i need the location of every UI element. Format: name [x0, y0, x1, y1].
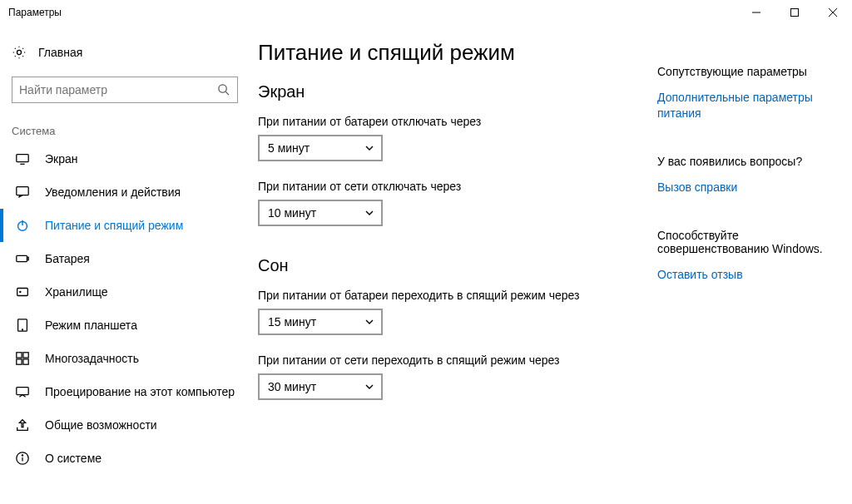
close-button[interactable] [814, 0, 852, 25]
screen-plugged-combo[interactable]: 10 минут [258, 200, 383, 226]
svg-rect-7 [17, 155, 28, 162]
sidebar-item-label: Питание и спящий режим [45, 219, 183, 232]
home-label: Главная [38, 46, 82, 59]
notifications-icon [15, 185, 30, 200]
help-link[interactable]: Вызов справки [657, 180, 832, 195]
sleep-battery-combo[interactable]: 15 минут [258, 309, 383, 335]
sidebar-item-notifications[interactable]: Уведомления и действия [0, 175, 250, 209]
sidebar-item-shared[interactable]: Общие возможности [0, 408, 250, 442]
svg-rect-13 [27, 257, 28, 260]
window-title: Параметры [8, 7, 62, 18]
sidebar-item-label: Проецирование на этот компьютер [45, 385, 235, 398]
projecting-icon [15, 384, 30, 399]
storage-icon [15, 284, 30, 299]
related-heading: Сопутствующие параметры [657, 65, 832, 78]
home-link[interactable]: Главная [0, 40, 250, 65]
svg-rect-9 [17, 187, 28, 195]
search-box[interactable] [12, 77, 238, 103]
screen-battery-label: При питании от батареи отключать через [258, 115, 641, 128]
svg-rect-22 [17, 388, 28, 395]
svg-rect-12 [17, 255, 27, 261]
power-icon [15, 218, 30, 233]
section-title-sleep: Сон [258, 256, 641, 275]
sidebar-item-label: Общие возможности [45, 418, 157, 432]
svg-point-4 [17, 50, 21, 54]
chevron-down-icon [364, 382, 374, 392]
maximize-button[interactable] [775, 0, 814, 25]
sleep-battery-value: 15 минут [268, 315, 316, 329]
sleep-plugged-label: При питании от сети переходить в спящий … [258, 353, 641, 367]
sidebar-item-multitasking[interactable]: Многозадачность [0, 342, 250, 375]
feedback-link[interactable]: Оставить отзыв [657, 267, 832, 283]
screen-plugged-label: При питании от сети отключать через [258, 180, 641, 193]
svg-rect-19 [23, 353, 28, 358]
page-title: Питание и спящий режим [258, 40, 641, 66]
sidebar-item-label: О системе [45, 452, 102, 465]
screen-battery-combo[interactable]: 5 минут [258, 135, 383, 161]
sidebar-item-tablet-mode[interactable]: Режим планшета [0, 309, 250, 342]
minimize-button[interactable] [737, 0, 775, 25]
tablet-icon [15, 318, 30, 333]
sleep-plugged-value: 30 минут [268, 380, 316, 393]
sidebar-item-label: Батарея [45, 252, 90, 265]
right-pane: Сопутствующие параметры Дополнительные п… [641, 40, 832, 504]
main-area: Питание и спящий режим Экран При питании… [250, 25, 852, 504]
sidebar-item-storage[interactable]: Хранилище [0, 275, 250, 309]
chevron-down-icon [364, 208, 374, 218]
sidebar-item-label: Уведомления и действия [45, 185, 181, 199]
sidebar-item-battery[interactable]: Батарея [0, 242, 250, 275]
chevron-down-icon [364, 143, 374, 153]
feedback-heading: Способствуйте совершенствованию Windows. [657, 229, 832, 255]
svg-rect-21 [23, 359, 28, 364]
info-icon [15, 451, 30, 466]
svg-line-6 [225, 91, 229, 95]
sidebar-item-label: Многозадачность [45, 352, 139, 365]
svg-point-25 [22, 455, 22, 456]
svg-rect-1 [791, 9, 799, 17]
sidebar-item-label: Экран [45, 152, 78, 166]
group-header-system: Система [12, 125, 238, 137]
svg-point-5 [219, 85, 226, 92]
titlebar: Параметры [0, 0, 852, 25]
sidebar-item-projecting[interactable]: Проецирование на этот компьютер [0, 375, 250, 408]
svg-point-17 [22, 329, 22, 330]
sidebar-item-label: Режим планшета [45, 319, 137, 332]
multitasking-icon [15, 351, 30, 366]
search-input[interactable] [19, 83, 217, 96]
search-icon [217, 83, 230, 96]
screen-battery-value: 5 минут [268, 141, 310, 155]
sidebar: Главная Система Экран Уведомления и дейс… [0, 25, 250, 504]
related-link-additional-power[interactable]: Дополнительные параметры питания [657, 90, 832, 121]
window-buttons [737, 0, 852, 25]
shared-icon [15, 418, 30, 432]
gear-icon [12, 45, 27, 60]
svg-point-15 [20, 291, 21, 292]
sidebar-item-about[interactable]: О системе [0, 442, 250, 475]
sleep-battery-label: При питании от батареи переходить в спящ… [258, 289, 641, 302]
questions-heading: У вас появились вопросы? [657, 155, 832, 168]
sidebar-item-display[interactable]: Экран [0, 142, 250, 175]
battery-icon [15, 251, 30, 266]
sidebar-item-power-sleep[interactable]: Питание и спящий режим [0, 209, 250, 242]
sidebar-item-label: Хранилище [45, 285, 108, 299]
screen-plugged-value: 10 минут [268, 206, 316, 220]
section-title-screen: Экран [258, 82, 641, 101]
sleep-plugged-combo[interactable]: 30 минут [258, 373, 383, 400]
svg-rect-14 [17, 289, 28, 296]
display-icon [15, 151, 30, 166]
svg-rect-20 [17, 359, 22, 364]
svg-rect-18 [17, 353, 22, 358]
chevron-down-icon [364, 317, 374, 327]
